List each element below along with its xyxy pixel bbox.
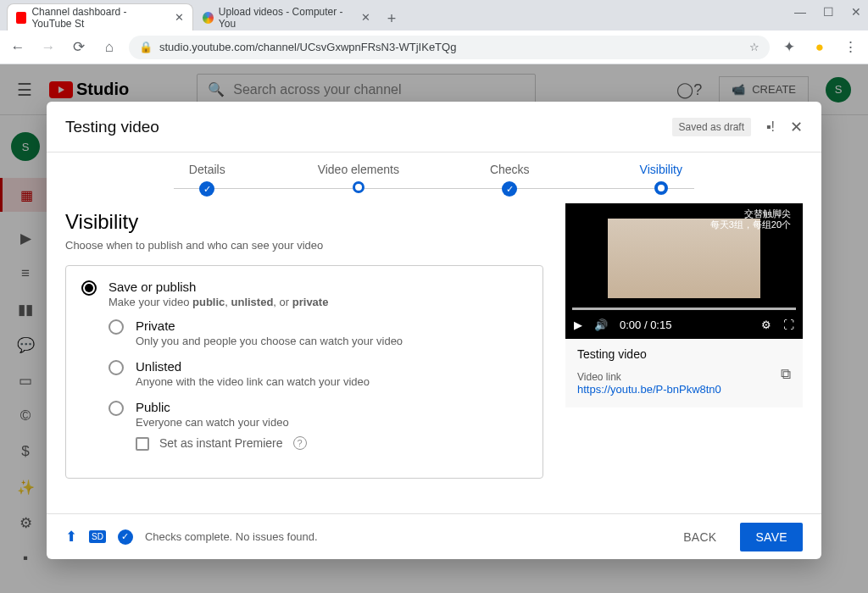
browser-menu-icon[interactable]: ⋮	[839, 38, 861, 56]
fullscreen-icon[interactable]: ⛶	[783, 319, 794, 331]
dialog-title: Testing video	[65, 118, 159, 136]
tab-close[interactable]: ✕	[361, 11, 370, 24]
url-text: studio.youtube.com/channel/UCsvGxwpnFRsN…	[159, 41, 456, 53]
visibility-options: Save or publish Make your video public, …	[65, 265, 543, 479]
step-visibility[interactable]: Visibility	[586, 163, 737, 195]
browser-toolbar: ← → ⟳ ⌂ 🔒 studio.youtube.com/channel/UCs…	[0, 30, 868, 64]
save-button[interactable]: SAVE	[740, 523, 803, 551]
nav-home[interactable]: ⌂	[98, 39, 120, 56]
bookmark-star-icon[interactable]: ☆	[749, 41, 760, 53]
window-close[interactable]: ✕	[851, 5, 861, 19]
tab-title: Upload videos - Computer - You	[219, 6, 351, 30]
volume-icon[interactable]: 🔊	[594, 319, 608, 331]
settings-icon[interactable]: ⚙	[761, 319, 771, 331]
preview-video-name: Testing video	[577, 347, 791, 361]
footer-status: Checks complete. No issues found.	[145, 530, 318, 543]
video-link[interactable]: https://youtu.be/P-bnPkw8tn0	[577, 383, 791, 396]
nav-back[interactable]: ←	[7, 39, 29, 56]
section-subheading: Choose when to publish and who can see y…	[65, 239, 543, 252]
sd-icon: SD	[89, 530, 106, 543]
nav-forward[interactable]: →	[37, 39, 59, 56]
browser-tab[interactable]: Channel dashboard - YouTube St ✕	[7, 3, 193, 30]
radio-checked-icon[interactable]	[81, 280, 97, 296]
youtube-favicon-icon	[16, 12, 26, 24]
checks-done-icon: ✓	[118, 529, 133, 545]
lock-icon: 🔒	[139, 41, 153, 53]
nav-reload[interactable]: ⟳	[68, 38, 90, 56]
play-icon[interactable]: ▶	[574, 319, 582, 331]
feedback-icon[interactable]: ▪!	[761, 118, 780, 136]
browser-tab[interactable]: Upload videos - Computer - You ✕	[193, 3, 380, 30]
save-publish-desc: Make your video public, unlisted, or pri…	[108, 296, 328, 308]
help-icon[interactable]: ?	[293, 436, 307, 450]
video-preview[interactable]: 交替触脚尖 每天3组，每组20个 ▶ 🔊 0:00 / 0:15 ⚙ ⛶	[565, 203, 803, 339]
url-bar[interactable]: 🔒 studio.youtube.com/channel/UCsvGxwpnFR…	[129, 36, 770, 59]
upload-icon: ⬆	[65, 528, 77, 546]
dialog-close[interactable]: ✕	[790, 118, 803, 136]
check-icon: ✓	[502, 181, 517, 197]
video-link-label: Video link	[577, 371, 791, 383]
stepper: Details ✓ Video elements Checks ✓ Visibi…	[47, 152, 821, 203]
upload-dialog: Testing video Saved as draft ▪! ✕ Detail…	[47, 102, 821, 559]
option-save-publish[interactable]: Save or publish Make your video public, …	[81, 280, 527, 308]
step-dot	[654, 181, 668, 195]
step-details[interactable]: Details ✓	[131, 163, 283, 197]
window-maximize[interactable]: ☐	[823, 5, 834, 19]
window-minimize[interactable]: —	[794, 5, 806, 19]
dialog-header: Testing video Saved as draft ▪! ✕	[47, 102, 821, 152]
premiere-checkbox[interactable]	[136, 437, 149, 451]
tab-close[interactable]: ✕	[175, 11, 184, 24]
option-unlisted[interactable]: Unlisted Anyone with the video link can …	[108, 359, 527, 388]
radio-icon[interactable]	[108, 401, 124, 416]
option-private[interactable]: Private Only you and people you choose c…	[108, 319, 527, 347]
browser-tab-strip: Channel dashboard - YouTube St ✕ Upload …	[0, 0, 868, 30]
preview-caption: 交替触脚尖 每天3组，每组20个	[710, 208, 791, 230]
new-tab-button[interactable]: +	[380, 7, 403, 30]
google-favicon-icon	[203, 12, 214, 24]
radio-icon[interactable]	[108, 319, 124, 335]
copy-link-button[interactable]: ⧉	[781, 366, 791, 383]
extensions-icon[interactable]: ✦	[778, 38, 800, 56]
dialog-footer: ⬆ SD ✓ Checks complete. No issues found.…	[47, 513, 821, 559]
step-dot	[353, 181, 364, 193]
step-video-elements[interactable]: Video elements	[283, 163, 435, 193]
tab-title: Channel dashboard - YouTube St	[31, 6, 164, 30]
section-heading: Visibility	[65, 210, 543, 234]
check-icon: ✓	[199, 181, 214, 197]
radio-icon[interactable]	[108, 360, 124, 375]
step-checks[interactable]: Checks ✓	[434, 163, 586, 197]
option-public[interactable]: Public Everyone can watch your video Set…	[108, 400, 527, 451]
video-time: 0:00 / 0:15	[620, 319, 671, 331]
back-button[interactable]: BACK	[671, 524, 728, 551]
profile-icon[interactable]: ●	[809, 39, 831, 56]
draft-badge: Saved as draft	[672, 118, 751, 136]
